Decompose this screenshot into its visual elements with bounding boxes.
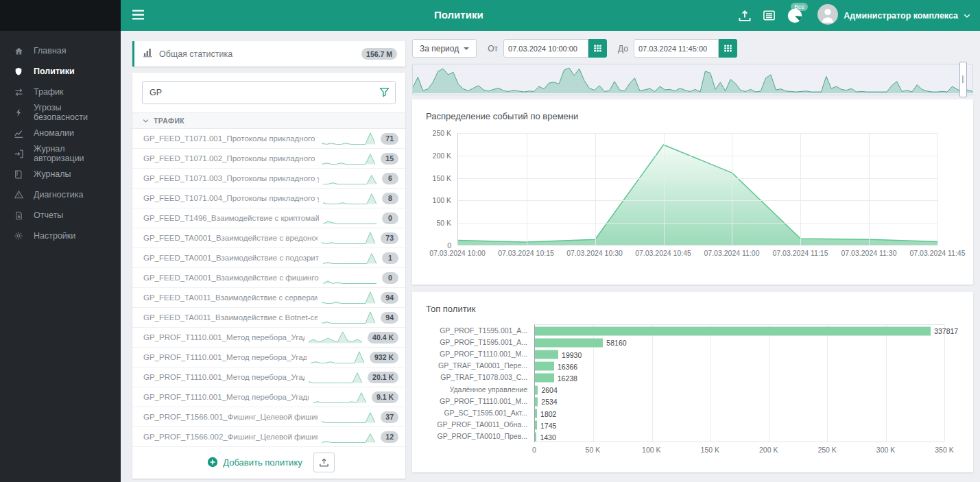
policy-row[interactable]: GP_FEED_TA0011_Взаимодействие с серверам…: [132, 288, 405, 308]
policy-row[interactable]: GP_PROF_T1566.002_Фишинг_Целевой фишинг …: [132, 427, 405, 447]
to-label: До: [618, 44, 628, 53]
policy-sparkline: [323, 171, 377, 185]
bar-category-label: GP_PROF_T1110.001_М...: [440, 350, 527, 358]
hamburger-menu-button[interactable]: [132, 9, 145, 23]
app-window: Главная Политики Трафик Угрозы безопасно…: [0, 0, 980, 482]
policy-name: GP_FEED_TA0001_Взаимодействие с фишингов…: [143, 274, 319, 282]
bar: [535, 433, 536, 442]
traffic-section-header[interactable]: ТРАФИК: [132, 112, 405, 129]
bar-chart-icon: [143, 47, 153, 60]
bar-row[interactable]: 337817: [535, 326, 958, 335]
policy-row[interactable]: GP_PROF_T1110.001_Метод перебора_Угадыва…: [132, 387, 405, 407]
top-policies-card: Топ политик GP_PROF_T1595.001_А...GP_PRO…: [412, 292, 973, 472]
home-icon: [13, 45, 24, 56]
calendar-grid-icon: [724, 44, 732, 53]
sidebar-item-journals[interactable]: Журналы: [0, 164, 121, 184]
policy-sparkline: [322, 132, 375, 145]
upload-button[interactable]: [738, 9, 752, 23]
sidebar-item-settings[interactable]: Настройки: [0, 226, 121, 246]
policy-row[interactable]: GP_FEED_TA0001_Взаимодействие с вредонос…: [132, 228, 405, 248]
add-policy-label: Добавить политику: [223, 457, 302, 468]
bar-row[interactable]: 1745: [535, 421, 556, 430]
policy-sparkline: [309, 330, 362, 344]
policy-row[interactable]: GP_FEED_T1071.003_Протоколы прикладного …: [132, 169, 405, 189]
bar: [535, 385, 538, 394]
import-policy-button[interactable]: [313, 453, 335, 472]
bar-row[interactable]: 58160: [535, 338, 627, 347]
from-date-input[interactable]: [503, 39, 588, 58]
sidebar-item-anomalies[interactable]: Аномалии: [0, 123, 121, 143]
stats-card[interactable]: Общая статистика 156.7 M: [132, 41, 405, 67]
period-bar: За период От До: [412, 39, 973, 58]
timeline-brush[interactable]: [412, 64, 973, 95]
policy-sparkline: [322, 311, 375, 324]
caret-down-icon: [464, 47, 469, 50]
area-plot: [457, 133, 937, 245]
from-label: От: [488, 44, 498, 53]
x-axis-labels: 07.03.2024 10:0007.03.2024 10:1507.03.20…: [457, 249, 937, 260]
sidebar-item-policies[interactable]: Политики: [0, 61, 121, 82]
bar-row[interactable]: 16366: [535, 362, 577, 371]
bar-value-label: 1430: [540, 433, 555, 441]
bar-value-label: 1745: [540, 421, 556, 429]
sidebar-item-diagnostics[interactable]: Диагностика: [0, 184, 121, 205]
policy-row[interactable]: GP_FEED_T1496_Взаимодействие с криптомай…: [132, 208, 405, 228]
bar-row[interactable]: 19930: [535, 350, 582, 359]
bar-row[interactable]: 16238: [535, 374, 577, 383]
policy-row[interactable]: GP_PROF_T1566.001_Фишинг_Целевой фишинг …: [132, 407, 405, 427]
events-chart-card: Распределение событий по времени 250 K20…: [412, 99, 973, 285]
bar-category-label: GP_TRAF_T1078.003_С...: [440, 373, 527, 381]
brush-handle[interactable]: [959, 62, 967, 97]
lightning-icon: [13, 107, 24, 118]
policy-count-badge: 94: [381, 312, 398, 324]
user-menu[interactable]: Администратор комплекса: [817, 4, 970, 27]
bar-category-label: GP_PROF_TA0011_Обна...: [437, 420, 527, 429]
y-axis-labels: 250 K200 K150 K100 K50 K0: [426, 133, 457, 245]
table-view-button[interactable]: [762, 9, 776, 22]
bar-row[interactable]: 2534: [535, 397, 558, 406]
policy-row[interactable]: GP_PROF_T1110.001_Метод перебора_Угадыва…: [132, 367, 405, 387]
policy-row[interactable]: GP_FEED_TA0001_Взаимодействие с подозрит…: [132, 248, 405, 268]
period-mode-select[interactable]: За период: [412, 39, 477, 58]
stats-badge: 156.7 M: [361, 48, 397, 60]
from-calendar-button[interactable]: [588, 39, 607, 58]
sidebar-item-home[interactable]: Главная: [0, 40, 121, 61]
policy-sparkline: [322, 430, 375, 444]
bar: [535, 374, 554, 383]
policy-row[interactable]: GP_FEED_T1071.002_Протоколы прикладного …: [132, 149, 405, 169]
policy-row[interactable]: GP_FEED_T1071.004_Протоколы прикладного …: [132, 189, 405, 208]
bar: [535, 350, 558, 359]
to-calendar-button[interactable]: [719, 39, 737, 58]
sidebar-item-traffic[interactable]: Трафик: [0, 82, 121, 102]
policy-search-input[interactable]: [142, 81, 396, 104]
bar: [535, 421, 537, 430]
policy-row[interactable]: GP_FEED_T1071.001_Протоколы прикладного …: [132, 129, 405, 149]
bar-category-labels: GP_PROF_T1595.001_А...GP_PROF_T1595.001_…: [426, 324, 534, 442]
sidebar-item-label: Настройки: [34, 231, 75, 241]
pie-chart-button[interactable]: Все: [787, 8, 803, 24]
events-chart: 250 K200 K150 K100 K50 K0: [426, 133, 959, 245]
policy-row[interactable]: GP_PROF_T1110.001_Метод перебора_Угадыва…: [132, 348, 405, 367]
bar-row[interactable]: 1802: [535, 409, 556, 418]
add-policy-button[interactable]: Добавить политику: [203, 456, 306, 468]
sidebar-item-threats[interactable]: Угрозы безопасности: [0, 102, 121, 123]
sidebar-item-auth-log[interactable]: Журнал авторизации: [0, 143, 121, 164]
bar-category-label: GP_PROF_T1595.001_А...: [440, 338, 527, 346]
policy-row[interactable]: GP_FEED_TA0001_Взаимодействие с фишингов…: [132, 268, 405, 288]
sidebar-item-reports[interactable]: Отчеты: [0, 205, 121, 226]
to-date-input[interactable]: [634, 39, 719, 58]
sidebar-item-label: Аномалии: [34, 128, 74, 138]
policy-list: GP_FEED_T1071.001_Протоколы прикладного …: [132, 129, 405, 447]
policy-row[interactable]: GP_FEED_TA0011_Взаимодействие с Botnet-с…: [132, 308, 405, 328]
page-title: Политики: [434, 9, 483, 21]
policy-name: GP_PROF_T1110.001_Метод перебора_Угадыва…: [143, 333, 304, 341]
policy-sparkline: [323, 271, 377, 285]
bar-row[interactable]: 2604: [535, 385, 558, 394]
bar-row[interactable]: 1430: [535, 433, 556, 442]
policy-row[interactable]: GP_PROF_T1110.001_Метод перебора_Угадыва…: [132, 328, 405, 348]
policy-count-badge: 15: [381, 153, 398, 165]
bar-value-label: 16366: [558, 362, 577, 370]
sidebar-item-label: Угрозы безопасности: [34, 103, 114, 122]
filter-icon[interactable]: [379, 87, 390, 100]
policy-name: GP_FEED_T1071.003_Протоколы прикладного …: [143, 174, 319, 182]
